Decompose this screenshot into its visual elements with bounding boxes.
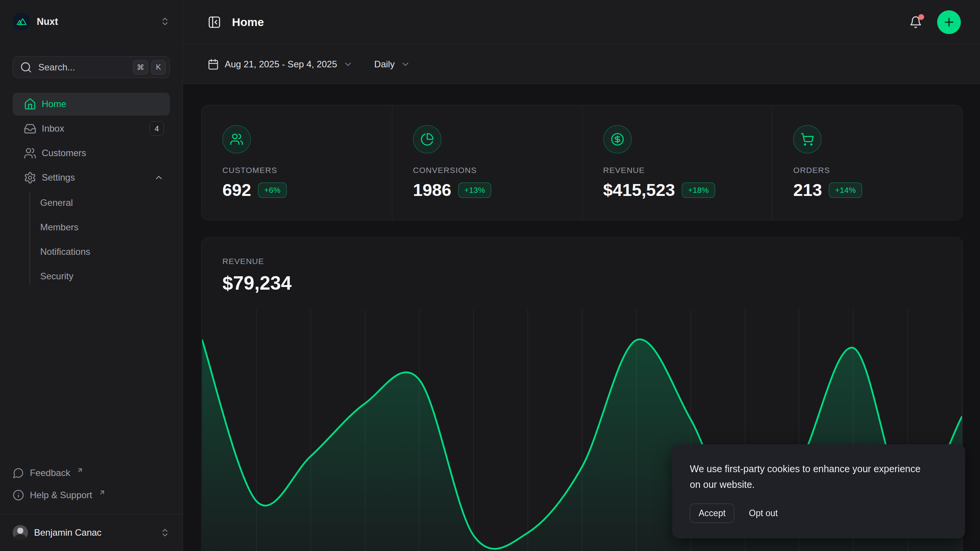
sidebar-item-label: Settings	[42, 172, 75, 183]
page-header: Home	[183, 0, 980, 44]
sidebar-item-label: Customers	[42, 148, 86, 158]
sidebar-item-general[interactable]: General	[40, 191, 170, 215]
stat-label: CONVERSIONS	[413, 166, 571, 175]
cart-icon	[793, 125, 822, 153]
feedback-link[interactable]: Feedback	[13, 462, 170, 484]
create-button[interactable]	[937, 10, 961, 34]
sidebar: Nuxt Search... ⌘ K	[0, 0, 183, 551]
sidebar-item-notifications[interactable]: Notifications	[40, 240, 170, 264]
revenue-chart-label: REVENUE	[222, 257, 942, 266]
sidebar-item-inbox[interactable]: Inbox 4	[13, 117, 170, 140]
external-link-icon	[77, 467, 83, 474]
inbox-icon	[24, 122, 36, 135]
stat-value: 1986	[413, 180, 451, 200]
header-actions	[909, 10, 961, 34]
chevron-up-icon	[154, 173, 164, 183]
sidebar-item-members[interactable]: Members	[40, 215, 170, 240]
sidebar-item-security[interactable]: Security	[40, 264, 170, 289]
stat-label: ORDERS	[793, 166, 951, 175]
home-icon	[24, 98, 36, 111]
workspace-switcher[interactable]: Nuxt	[13, 13, 170, 30]
notifications-button[interactable]	[909, 16, 922, 29]
sidebar-item-customers[interactable]: Customers	[13, 142, 170, 165]
nuxt-logo-icon	[13, 13, 30, 30]
stat-delta-badge: +14%	[829, 183, 862, 198]
help-support-label: Help & Support	[30, 490, 92, 500]
kbd-k: K	[151, 60, 166, 75]
dollar-circle-icon	[603, 125, 632, 153]
plus-icon	[942, 16, 956, 29]
notification-dot	[918, 14, 924, 20]
sidebar-item-label: Home	[42, 99, 66, 109]
stat-value: 213	[793, 180, 822, 200]
sidebar-item-home[interactable]: Home	[13, 93, 170, 116]
users-icon	[24, 147, 36, 160]
user-name: Benjamin Canac	[34, 527, 154, 538]
sidebar-collapse-button[interactable]	[207, 15, 221, 29]
workspace-name: Nuxt	[37, 16, 154, 27]
search-placeholder: Search...	[38, 62, 127, 73]
revenue-chart-value: $79,234	[222, 272, 942, 294]
help-support-link[interactable]: Help & Support	[13, 484, 170, 506]
page-title: Home	[232, 16, 264, 29]
pie-chart-icon	[413, 125, 441, 153]
granularity-select[interactable]: Daily	[374, 59, 410, 70]
date-range-picker[interactable]: Aug 21, 2025 - Sep 4, 2025	[207, 59, 353, 70]
cookie-message: We use first-party cookies to enhance yo…	[690, 461, 931, 492]
chevrons-up-down-icon	[160, 16, 170, 26]
sidebar-nav: Home Inbox 4 Customers	[13, 93, 170, 291]
cookie-banner: We use first-party cookies to enhance yo…	[672, 444, 965, 538]
stat-label: CUSTOMERS	[222, 166, 381, 175]
stat-card-revenue: REVENUE $415,523 +18%	[582, 105, 773, 220]
sidebar-bottom: Feedback Help & Support Ben	[0, 462, 183, 551]
sidebar-top: Nuxt Search... ⌘ K	[0, 0, 183, 291]
filters-toolbar: Aug 21, 2025 - Sep 4, 2025 Daily	[183, 44, 980, 84]
chat-bubble-icon	[13, 467, 24, 479]
stat-card-orders: ORDERS 213 +14%	[772, 105, 962, 220]
search-icon	[20, 61, 32, 73]
external-link-icon	[99, 489, 106, 496]
stat-value: 692	[222, 180, 251, 200]
search-shortcut: ⌘ K	[133, 60, 166, 75]
stat-label: REVENUE	[603, 166, 761, 175]
stat-delta-badge: +6%	[258, 183, 287, 198]
date-range-value: Aug 21, 2025 - Sep 4, 2025	[225, 59, 337, 70]
stats-panel: CUSTOMERS 692 +6% CONVERSIONS 1986 +13%	[201, 105, 963, 220]
cookie-accept-button[interactable]: Accept	[690, 504, 734, 523]
sidebar-footer-links: Feedback Help & Support	[0, 462, 183, 514]
stat-card-customers: CUSTOMERS 692 +6%	[202, 105, 392, 220]
user-menu[interactable]: Benjamin Canac	[0, 514, 183, 551]
settings-subnav: General Members Notifications Security	[13, 191, 170, 289]
cookie-optout-button[interactable]: Opt out	[749, 508, 777, 518]
kbd-cmd: ⌘	[133, 60, 148, 75]
feedback-label: Feedback	[30, 468, 70, 478]
stat-delta-badge: +13%	[458, 183, 491, 198]
inbox-unread-badge: 4	[150, 121, 164, 136]
avatar	[13, 525, 28, 540]
stat-card-conversions: CONVERSIONS 1986 +13%	[392, 105, 582, 220]
chevron-down-icon	[343, 59, 353, 69]
users-icon	[222, 125, 251, 153]
info-circle-icon	[13, 489, 24, 501]
stat-delta-badge: +18%	[682, 183, 715, 198]
sidebar-item-label: Inbox	[42, 123, 64, 134]
gear-icon	[24, 171, 36, 184]
chevrons-up-down-icon	[160, 528, 170, 538]
granularity-value: Daily	[374, 59, 395, 70]
panel-left-close-icon	[207, 15, 221, 29]
chevron-down-icon	[400, 59, 410, 69]
calendar-icon	[207, 59, 219, 70]
stat-value: $415,523	[603, 180, 675, 200]
sidebar-item-settings[interactable]: Settings	[13, 166, 170, 189]
search-input[interactable]: Search... ⌘ K	[13, 56, 170, 78]
